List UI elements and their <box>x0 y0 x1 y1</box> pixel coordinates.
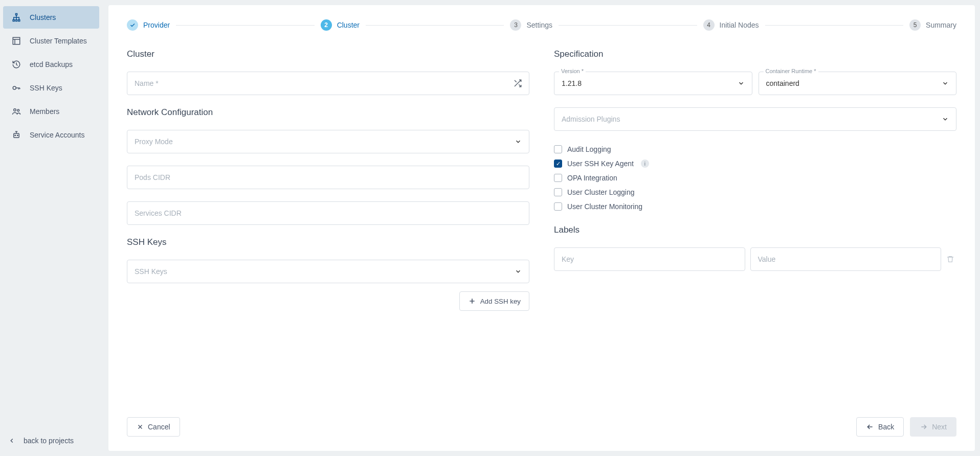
step-badge: 4 <box>703 19 715 31</box>
sidebar-item-label: SSH Keys <box>30 84 62 92</box>
chevron-left-icon <box>8 437 15 444</box>
labels-section-title: Labels <box>554 225 956 235</box>
sidebar-item-clusters[interactable]: Clusters <box>3 6 99 29</box>
sidebar-item-backups[interactable]: etcd Backups <box>3 53 99 76</box>
svg-point-7 <box>17 109 19 111</box>
chevron-down-icon <box>942 80 949 87</box>
check-icon <box>127 19 138 31</box>
history-icon <box>11 59 21 70</box>
cluster-name-input[interactable] <box>127 72 529 95</box>
opa-integration-checkbox[interactable] <box>554 174 562 182</box>
cancel-button[interactable]: Cancel <box>127 417 180 437</box>
step-line <box>765 25 903 26</box>
chevron-down-icon <box>738 80 745 87</box>
step-label: Settings <box>526 21 552 29</box>
network-section-title: Network Configuration <box>127 107 529 118</box>
chevron-down-icon <box>942 116 949 123</box>
cluster-icon <box>11 12 21 22</box>
step-summary[interactable]: 5 Summary <box>909 19 956 31</box>
audit-logging-checkbox[interactable] <box>554 145 562 153</box>
sidebar: Clusters Cluster Templates etcd Backups … <box>0 0 102 456</box>
sidebar-item-label: Service Accounts <box>30 131 84 139</box>
user-cluster-monitoring-checkbox[interactable] <box>554 202 562 211</box>
arrow-left-icon <box>866 423 874 431</box>
ssh-section-title: SSH Keys <box>127 237 529 247</box>
sidebar-item-members[interactable]: Members <box>3 100 99 123</box>
step-settings[interactable]: 3 Settings <box>510 19 552 31</box>
svg-rect-1 <box>13 20 14 21</box>
plus-icon <box>468 297 476 305</box>
sidebar-item-templates[interactable]: Cluster Templates <box>3 30 99 52</box>
arrow-right-icon <box>920 423 928 431</box>
admission-plugins-select[interactable]: Admission Plugins <box>554 107 956 131</box>
step-badge: 3 <box>510 19 521 31</box>
chevron-down-icon <box>515 138 522 145</box>
next-button[interactable]: Next <box>910 417 956 437</box>
version-select[interactable]: 1.21.8 <box>554 72 752 95</box>
shuffle-icon[interactable] <box>513 79 522 88</box>
pods-cidr-input[interactable] <box>127 166 529 189</box>
members-icon <box>11 106 21 117</box>
add-ssh-key-button[interactable]: Add SSH key <box>459 291 529 311</box>
right-column: Specification Version * 1.21.8 Container… <box>554 49 956 405</box>
version-label: Version * <box>559 68 586 74</box>
cluster-section-title: Cluster <box>127 49 529 59</box>
step-provider[interactable]: Provider <box>127 19 170 31</box>
chevron-down-icon <box>515 268 522 275</box>
back-to-projects[interactable]: back to projects <box>0 430 102 451</box>
services-cidr-input[interactable] <box>127 201 529 225</box>
sidebar-item-label: Cluster Templates <box>30 37 87 45</box>
sidebar-item-service-accounts[interactable]: Service Accounts <box>3 124 99 146</box>
runtime-label: Container Runtime * <box>764 68 818 74</box>
back-to-projects-label: back to projects <box>24 437 74 445</box>
main-panel: Provider 2 Cluster 3 Settings 4 Initial … <box>108 5 975 451</box>
sidebar-item-label: etcd Backups <box>30 60 73 69</box>
checkbox-label: User Cluster Logging <box>567 188 635 196</box>
label-key-input[interactable] <box>554 247 745 271</box>
user-ssh-key-agent-checkbox[interactable] <box>554 159 562 168</box>
spec-section-title: Specification <box>554 49 956 59</box>
checkbox-label: User SSH Key Agent <box>567 159 634 168</box>
step-badge: 2 <box>321 19 332 31</box>
svg-point-10 <box>17 135 18 136</box>
info-icon[interactable]: i <box>641 159 649 168</box>
step-initial-nodes[interactable]: 4 Initial Nodes <box>703 19 759 31</box>
user-cluster-logging-checkbox[interactable] <box>554 188 562 196</box>
svg-rect-4 <box>13 37 20 44</box>
key-icon <box>11 83 21 93</box>
trash-icon[interactable] <box>946 255 956 263</box>
checkbox-label: Audit Logging <box>567 145 611 153</box>
proxy-mode-select[interactable]: Proxy Mode <box>127 130 529 153</box>
step-badge: 5 <box>909 19 921 31</box>
robot-icon <box>11 130 21 140</box>
step-line <box>366 25 504 26</box>
checkbox-label: OPA Integration <box>567 174 617 182</box>
svg-point-9 <box>15 135 16 136</box>
svg-point-6 <box>14 109 16 111</box>
svg-rect-2 <box>18 20 20 21</box>
back-button[interactable]: Back <box>856 417 904 437</box>
checkbox-label: User Cluster Monitoring <box>567 202 642 211</box>
runtime-select[interactable]: containerd <box>759 72 957 95</box>
label-value-input[interactable] <box>750 247 942 271</box>
sidebar-item-label: Members <box>30 107 59 116</box>
step-label: Provider <box>143 21 170 29</box>
svg-rect-0 <box>16 14 17 15</box>
close-icon <box>137 423 144 430</box>
step-line <box>559 25 697 26</box>
step-label: Summary <box>926 21 956 29</box>
svg-point-5 <box>13 86 16 89</box>
sidebar-item-sshkeys[interactable]: SSH Keys <box>3 77 99 99</box>
step-label: Initial Nodes <box>720 21 759 29</box>
step-label: Cluster <box>337 21 360 29</box>
step-line <box>176 25 314 26</box>
left-column: Cluster Network Configuration Proxy Mode <box>127 49 529 405</box>
sidebar-item-label: Clusters <box>30 13 56 21</box>
ssh-keys-select[interactable]: SSH Keys <box>127 260 529 283</box>
template-icon <box>11 36 21 46</box>
wizard-stepper: Provider 2 Cluster 3 Settings 4 Initial … <box>127 19 956 31</box>
step-cluster[interactable]: 2 Cluster <box>321 19 360 31</box>
svg-rect-3 <box>16 20 17 21</box>
